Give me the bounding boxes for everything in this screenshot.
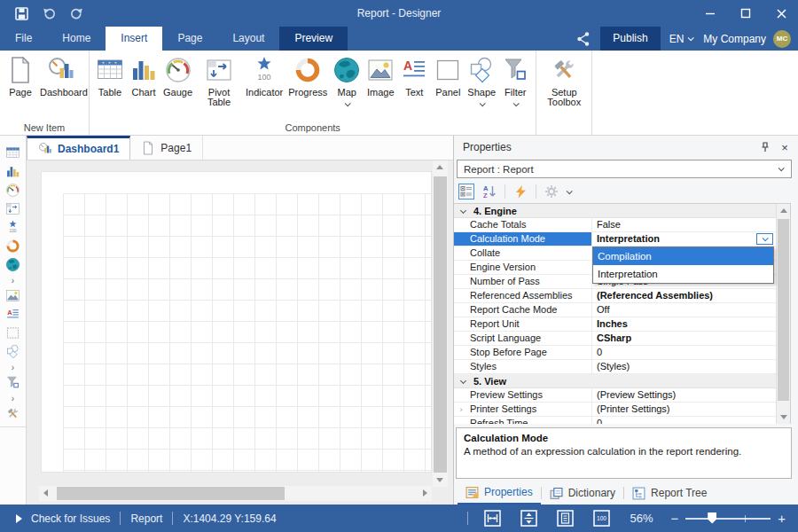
toolbox-progress-button[interactable] xyxy=(5,237,20,255)
zoom-100-button[interactable]: 100 xyxy=(593,510,610,527)
dropdown-option-interpretation[interactable]: Interpretation xyxy=(593,265,773,283)
zoom-page-width-button[interactable] xyxy=(484,510,501,527)
vertical-scroll-thumb[interactable] xyxy=(434,176,447,473)
tab-layout[interactable]: Layout xyxy=(217,27,279,51)
share-icon[interactable] xyxy=(575,31,591,47)
check-for-issues-button[interactable]: Check for Issues xyxy=(31,512,110,525)
language-selector[interactable]: EN xyxy=(669,33,693,45)
ribbon-page-button[interactable]: Page xyxy=(4,53,37,98)
zoom-out-button[interactable]: − xyxy=(670,511,678,526)
ribbon-image-button[interactable]: Image xyxy=(364,53,397,98)
tab-page1[interactable]: Page1 xyxy=(130,136,203,160)
categorized-view-button[interactable] xyxy=(458,184,474,200)
scroll-down-arrow[interactable] xyxy=(436,478,443,482)
vertical-scrollbar[interactable] xyxy=(433,160,448,487)
indicator-icon xyxy=(250,56,278,84)
property-row-preview-settings[interactable]: Preview Settings(Preview Settings) xyxy=(454,388,776,403)
property-row-report-cache-mode[interactable]: Report Cache ModeOff xyxy=(454,303,776,317)
ribbon-text-button[interactable]: Text xyxy=(397,53,431,98)
play-icon[interactable] xyxy=(16,514,22,523)
toolbox-chart-button[interactable] xyxy=(5,162,20,181)
tab-dictionary[interactable]: Dictionary xyxy=(542,481,623,505)
toolbox-image-button[interactable] xyxy=(5,286,20,305)
property-row-report-unit[interactable]: Report UnitInches xyxy=(454,317,776,332)
property-row-stop-before-page[interactable]: Stop Before Page0 xyxy=(454,346,776,360)
ribbon-gauge-button[interactable]: Gauge xyxy=(160,53,195,98)
section-view[interactable]: 5. View xyxy=(454,374,776,388)
avatar[interactable]: MC xyxy=(773,30,791,48)
pin-icon[interactable] xyxy=(759,141,771,153)
grid-scroll-thumb[interactable] xyxy=(778,219,789,401)
tab-home[interactable]: Home xyxy=(47,27,106,51)
property-row-referenced-assemblies[interactable]: Referenced Assemblies(Referenced Assembl… xyxy=(454,289,776,303)
grid-scrollbar[interactable] xyxy=(776,204,790,424)
ribbon-shape-button[interactable]: Shape xyxy=(465,53,498,106)
tab-report-tree[interactable]: Report Tree xyxy=(624,481,715,505)
ribbon-dashboard-button[interactable]: Dashboard xyxy=(37,53,85,98)
toolbox-map-button[interactable] xyxy=(5,255,20,274)
ribbon-table-button[interactable]: Table xyxy=(93,53,127,98)
ribbon-panel-button[interactable]: Panel xyxy=(431,53,465,98)
tab-file[interactable]: File xyxy=(0,27,47,51)
component-selector[interactable]: Report : Report xyxy=(457,160,792,178)
close-icon[interactable]: × xyxy=(778,141,791,153)
publish-button[interactable]: Publish xyxy=(600,27,660,51)
account-name[interactable]: My Company xyxy=(703,33,766,45)
property-row-styles[interactable]: Styles(Styles) xyxy=(454,360,776,374)
tab-properties[interactable]: Properties xyxy=(458,481,541,505)
expand-chevron-icon[interactable]: › xyxy=(454,403,468,416)
zoom-slider[interactable] xyxy=(685,518,771,520)
toolbox-indicator-button[interactable] xyxy=(5,218,20,237)
ribbon-chart-button[interactable]: Chart xyxy=(127,53,160,98)
tab-insert[interactable]: Insert xyxy=(106,27,162,51)
scroll-right-arrow[interactable] xyxy=(423,489,427,497)
ribbon-filter-button[interactable]: Filter xyxy=(498,53,532,106)
settings-gear-button[interactable] xyxy=(544,184,559,200)
maximize-button[interactable] xyxy=(734,4,757,23)
design-canvas[interactable] xyxy=(27,160,453,505)
toolbox-pivot-table-button[interactable] xyxy=(5,200,20,218)
tab-page[interactable]: Page xyxy=(162,27,217,51)
ribbon-progress-button[interactable]: Progress xyxy=(286,53,330,98)
toolbox-table-button[interactable] xyxy=(5,144,20,162)
value-dropdown-button[interactable] xyxy=(756,233,773,245)
toolbox-gauge-button[interactable] xyxy=(5,181,20,200)
property-row-refresh-time[interactable]: Refresh Time0 xyxy=(454,417,776,424)
ribbon-map-button[interactable]: Map xyxy=(330,53,364,106)
toolbox-expand-chevron[interactable]: › xyxy=(12,361,14,373)
ribbon-indicator-button[interactable]: Indicator xyxy=(243,53,286,98)
horizontal-scroll-thumb[interactable] xyxy=(57,487,285,500)
section-engine[interactable]: 4. Engine xyxy=(454,204,776,218)
scroll-down-arrow[interactable] xyxy=(780,415,787,419)
minimize-button[interactable] xyxy=(699,4,722,23)
toolbox-expand-chevron[interactable]: › xyxy=(12,392,14,404)
property-row-printer-settings[interactable]: ›Printer Settings(Printer Settings) xyxy=(454,403,776,417)
property-row-cache-totals[interactable]: Cache TotalsInterpretationFalse xyxy=(454,218,776,232)
scroll-left-arrow[interactable] xyxy=(43,489,48,497)
toolbox-expand-chevron[interactable]: › xyxy=(12,274,14,286)
zoom-slider-thumb[interactable] xyxy=(708,512,716,524)
tab-preview[interactable]: Preview xyxy=(279,27,348,51)
zoom-page-height-button[interactable] xyxy=(520,510,537,527)
toolbox-filter-button[interactable] xyxy=(5,373,20,392)
ribbon-setup-toolbox-button[interactable]: Setup Toolbox xyxy=(540,53,588,107)
scroll-up-arrow[interactable] xyxy=(436,165,443,169)
toolbox-text-button[interactable] xyxy=(5,305,20,324)
property-row-script-language[interactable]: Script LanguageCSharp xyxy=(454,332,776,346)
close-button[interactable] xyxy=(770,4,793,23)
toolbox-setup-button[interactable] xyxy=(5,404,20,423)
horizontal-scrollbar[interactable] xyxy=(39,486,432,501)
events-lightning-button[interactable] xyxy=(512,184,528,200)
alphabetical-sort-button[interactable]: AZ xyxy=(481,184,497,200)
zoom-whole-page-button[interactable] xyxy=(557,510,574,527)
ribbon-pivot-table-button[interactable]: Pivot Table xyxy=(195,53,243,107)
toolbox-shape-button[interactable] xyxy=(5,342,20,361)
tab-dashboard1[interactable]: Dashboard1 xyxy=(27,136,130,160)
dashboard-page[interactable] xyxy=(41,171,432,473)
toolbox-panel-button[interactable] xyxy=(5,324,20,342)
dropdown-option-compilation[interactable]: Compilation xyxy=(593,247,773,265)
property-row-calculation-mode[interactable]: Calculation ModeInterpretation xyxy=(454,232,776,246)
scroll-up-arrow[interactable] xyxy=(780,208,787,213)
report-status-button[interactable]: Report xyxy=(130,512,162,525)
zoom-in-button[interactable]: + xyxy=(778,511,786,526)
